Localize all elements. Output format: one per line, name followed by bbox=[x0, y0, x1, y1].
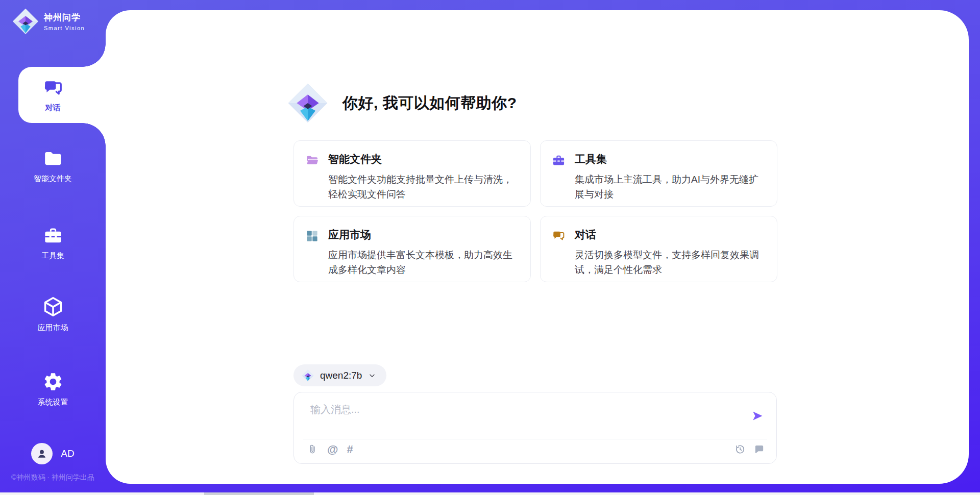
hash-icon[interactable]: # bbox=[347, 443, 353, 455]
user-profile[interactable]: AD bbox=[0, 443, 106, 464]
card-chat[interactable]: 对话 灵活切换多模型文件，支持多样回复效果调试，满足个性化需求 bbox=[540, 216, 777, 282]
message-input[interactable] bbox=[310, 400, 729, 419]
card-title: 对话 bbox=[575, 228, 763, 242]
brand-text: 神州问学 Smart Vision bbox=[44, 12, 85, 31]
paperclip-icon[interactable] bbox=[307, 443, 318, 455]
user-name: AD bbox=[61, 448, 74, 459]
card-smart-folder[interactable]: 智能文件夹 智能文件夹功能支持批量文件上传与清洗，轻松实现文件问答 bbox=[293, 140, 531, 207]
sidebar-item-label: 智能文件夹 bbox=[34, 174, 72, 184]
sidebar-item-chat-content: 对话 bbox=[18, 67, 106, 123]
card-description: 集成市场上主流工具，助力AI与外界无缝扩展与对接 bbox=[575, 172, 763, 202]
send-icon[interactable] bbox=[751, 410, 764, 422]
history-icon[interactable] bbox=[734, 443, 746, 455]
gear-icon bbox=[42, 371, 64, 392]
sidebar-item-label: 系统设置 bbox=[38, 398, 68, 407]
sidebar-item-smart-folder[interactable]: 智能文件夹 bbox=[0, 148, 106, 184]
sidebar: 神州问学 Smart Vision 对话 智能文件夹 工具集 应用市场 系统设置… bbox=[0, 0, 106, 495]
greeting-text: 你好, 我可以如何帮助你? bbox=[342, 93, 517, 114]
cube-icon bbox=[42, 295, 64, 318]
person-icon bbox=[35, 447, 48, 460]
sidebar-item-label: 工具集 bbox=[41, 251, 64, 261]
card-toolset[interactable]: 工具集 集成市场上主流工具，助力AI与外界无缝扩展与对接 bbox=[540, 140, 777, 207]
card-title: 工具集 bbox=[575, 152, 763, 166]
model-selector[interactable]: qwen2:7b bbox=[293, 364, 386, 386]
toolbox-icon bbox=[43, 226, 63, 246]
message-composer: @ # bbox=[293, 392, 777, 464]
sidebar-footer: ©神州数码 · 神州问学出品 bbox=[0, 473, 106, 482]
brand-diamond-logo-icon bbox=[12, 8, 39, 35]
sidebar-item-chat[interactable]: 对话 bbox=[18, 67, 106, 123]
horizontal-scrollbar-track[interactable] bbox=[0, 492, 980, 495]
grid-icon bbox=[305, 229, 319, 243]
avatar bbox=[31, 443, 53, 464]
brand-subtitle: Smart Vision bbox=[44, 25, 85, 31]
brand: 神州问学 Smart Vision bbox=[12, 8, 85, 35]
at-mention-icon[interactable]: @ bbox=[327, 443, 338, 455]
brand-name: 神州问学 bbox=[44, 12, 85, 23]
feature-cards: 智能文件夹 智能文件夹功能支持批量文件上传与清洗，轻松实现文件问答 工具集 集成… bbox=[293, 140, 777, 282]
chat-bubble-icon[interactable] bbox=[753, 443, 765, 455]
toolbox-icon bbox=[552, 154, 566, 167]
folder-icon bbox=[43, 148, 63, 169]
card-app-market[interactable]: 应用市场 应用市场提供丰富长文本模板，助力高效生成多样化文章内容 bbox=[293, 216, 531, 282]
chevron-down-icon bbox=[368, 372, 376, 380]
sidebar-item-toolset[interactable]: 工具集 bbox=[0, 226, 106, 261]
composer-tools-right bbox=[734, 443, 765, 455]
composer-tools-left: @ # bbox=[307, 443, 353, 455]
card-title: 应用市场 bbox=[328, 228, 516, 242]
sidebar-item-label: 对话 bbox=[45, 103, 61, 113]
chat-icon bbox=[552, 229, 566, 243]
card-description: 智能文件夹功能支持批量文件上传与清洗，轻松实现文件问答 bbox=[328, 172, 516, 202]
greeting: 你好, 我可以如何帮助你? bbox=[287, 83, 517, 123]
sidebar-item-label: 应用市场 bbox=[38, 323, 68, 333]
model-name: qwen2:7b bbox=[320, 370, 362, 381]
horizontal-scrollbar-thumb[interactable] bbox=[204, 492, 314, 495]
card-title: 智能文件夹 bbox=[328, 152, 516, 166]
model-diamond-logo-icon bbox=[302, 369, 314, 382]
composer-divider bbox=[303, 439, 767, 439]
sidebar-item-system-settings[interactable]: 系统设置 bbox=[0, 371, 106, 407]
main-panel: 你好, 我可以如何帮助你? 智能文件夹 智能文件夹功能支持批量文件上传与清洗，轻… bbox=[106, 10, 969, 484]
chat-icon bbox=[42, 78, 64, 99]
folder-open-icon bbox=[305, 154, 319, 167]
card-description: 应用市场提供丰富长文本模板，助力高效生成多样化文章内容 bbox=[328, 247, 516, 277]
card-description: 灵活切换多模型文件，支持多样回复效果调试，满足个性化需求 bbox=[575, 247, 763, 277]
sidebar-item-app-market[interactable]: 应用市场 bbox=[0, 295, 106, 333]
greeting-diamond-logo-icon bbox=[287, 83, 328, 123]
